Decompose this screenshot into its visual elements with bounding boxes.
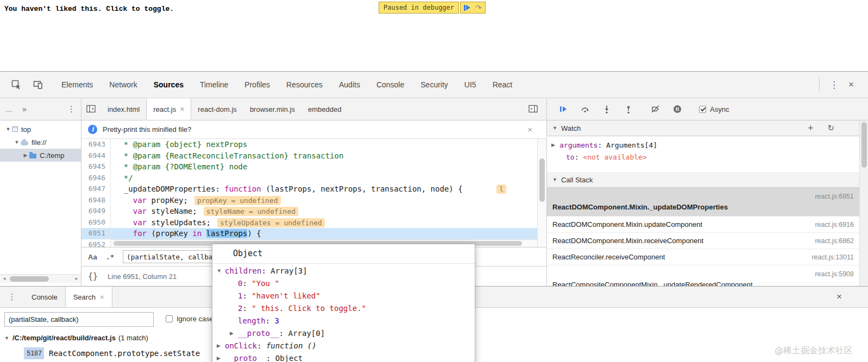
close-devtools-icon[interactable]: × [848,79,854,90]
banner-step-over-icon[interactable]: ↷ [475,3,482,12]
object-property-row[interactable]: ▶ __proto__: Object [212,352,475,362]
object-property-row[interactable]: length: 3 [212,315,475,327]
drawer-tab[interactable]: Search × [65,287,112,307]
stack-frame[interactable]: ReactDOMComponent.Mixin.updateComponent … [547,217,859,233]
object-property-row[interactable]: ▼ children: Array[3] [212,265,475,277]
main-tab[interactable]: UI5 [456,72,485,98]
file-tab[interactable]: react.js × [146,98,191,120]
main-tab[interactable]: React [485,72,521,98]
watch-expression[interactable]: to: <not available> [547,151,859,163]
device-toolbar-icon[interactable] [32,79,44,91]
main-tab[interactable]: Resources [278,72,331,98]
scrollbar-thumb[interactable] [539,158,545,202]
main-tab[interactable]: Sources [146,72,192,98]
regex-toggle[interactable]: .* [106,253,115,261]
main-tab[interactable]: Console [368,72,412,98]
stack-frame[interactable]: ReactCompositeComponentMixin._updateRend… [547,265,859,286]
editor-vertical-scrollbar[interactable] [537,139,546,247]
main-tab[interactable]: Timeline [192,72,236,98]
search-result-match[interactable]: 5187 ReactComponent.prototype.setState [0,347,200,360]
property-expander-icon[interactable]: ▶ [217,340,225,352]
sidebar-vertical-scrollbar[interactable] [859,120,868,286]
stack-frame[interactable]: ReactDOMComponent.Mixin._updateDOMProper… [547,188,859,217]
inspect-element-icon[interactable] [10,79,22,91]
drawer-menu-icon[interactable]: ⋮ [4,287,20,307]
search-result-file[interactable]: ▼ /C:/temp/git/react/build/react.js (1 m… [4,334,148,342]
navigator-overflow-tabs[interactable]: … [5,105,12,113]
section-expander-icon[interactable]: ▼ [552,125,557,131]
scroll-right-arrow-icon[interactable]: ► [72,276,81,281]
infobar-close-icon[interactable]: × [527,125,532,134]
stack-frame[interactable]: ReactReconciler.receiveComponent react.j… [547,249,859,265]
more-options-icon[interactable]: ⋮ [829,79,839,91]
main-tab[interactable]: Audits [331,72,368,98]
step-into-icon[interactable] [596,101,618,117]
line-number[interactable]: 6949 [81,206,111,217]
navigator-chevrons-icon[interactable]: » [22,105,27,113]
property-expander-icon[interactable]: ▶ [217,352,225,362]
banner-resume-icon[interactable] [464,5,470,11]
watch-section-header[interactable]: ▼ Watch + ↻ [547,120,859,136]
close-file-tab-icon[interactable]: × [180,105,184,113]
search-query-input[interactable] [4,312,154,327]
close-search-tab-icon[interactable]: × [100,293,104,301]
navigator-tree-item[interactable]: ▼ file:// [0,136,81,149]
object-property-row[interactable]: 1: "haven't liked" [212,290,475,302]
ignore-case-checkbox[interactable] [166,315,173,322]
file-tab[interactable]: index.html [101,98,146,120]
async-checkbox[interactable] [699,106,706,113]
line-number[interactable]: 6945 [81,161,111,173]
resume-script-icon[interactable] [552,101,574,117]
toggle-editor-panel-icon[interactable] [528,98,539,120]
main-tab[interactable]: Profiles [236,72,278,98]
line-number[interactable]: 6943 [81,139,111,150]
file-tab[interactable]: react-dom.js [191,98,243,120]
main-tab[interactable]: Elements [53,72,101,98]
tree-expander-icon[interactable]: ▶ [22,153,29,158]
navigator-tree-item[interactable]: ▼ top [0,123,81,136]
file-tab[interactable]: browser.min.js [243,98,301,120]
add-watch-icon[interactable]: + [808,123,814,134]
line-number[interactable]: 6948 [81,195,111,206]
tree-expander-icon[interactable]: ▼ [13,139,21,145]
close-drawer-icon[interactable]: × [836,287,842,307]
watch-expression[interactable]: ▶ arguments: Arguments[4] [547,139,859,151]
match-case-toggle[interactable]: Aa [88,253,97,261]
scrollbar-thumb[interactable] [10,276,49,282]
section-expander-icon[interactable]: ▼ [552,177,557,182]
navigator-menu-icon[interactable]: ⋮ [67,104,76,114]
object-property-row[interactable]: 2: " this. Click to toggle." [212,302,475,315]
toggle-navigator-icon[interactable] [81,98,101,120]
property-expander-icon[interactable]: ▶ [230,327,238,340]
page-body-text[interactable]: You haven't liked this. Click to toggle. [4,5,174,13]
property-expander-icon[interactable]: ▼ [217,265,225,277]
scrollbar-thumb[interactable] [861,122,867,168]
navigator-tree-item[interactable]: ▶ C:/temp [0,149,81,162]
object-property-row[interactable]: ▶ __proto__: Array[0] [212,327,475,340]
tree-expander-icon[interactable]: ▼ [4,126,12,132]
line-number[interactable]: 6952 [81,239,111,247]
line-number[interactable]: 6947 [81,183,111,195]
result-expander-icon[interactable]: ▼ [4,335,9,341]
pause-on-exceptions-icon[interactable] [666,101,688,117]
refresh-watch-icon[interactable]: ↻ [827,123,834,133]
step-over-icon[interactable] [574,101,596,117]
watch-expander-icon[interactable]: ▶ [551,142,559,148]
line-number[interactable]: 6946 [81,173,111,184]
scroll-left-arrow-icon[interactable]: ◄ [0,276,9,281]
file-tab[interactable]: embedded [301,98,348,120]
stack-frame[interactable]: ReactDOMComponent.Mixin.receiveComponent… [547,233,859,249]
object-property-row[interactable]: 0: "You " [212,277,475,290]
line-number[interactable]: 6944 [81,150,111,162]
pretty-print-button[interactable]: {} [88,271,98,281]
object-property-row[interactable]: ▶ onClick: function () [212,340,475,352]
line-number[interactable]: 6951 [81,228,111,239]
main-tab[interactable]: Security [412,72,456,98]
call-stack-section-header[interactable]: ▼ Call Stack [547,172,859,188]
main-tab[interactable]: Network [101,72,145,98]
drawer-tab[interactable]: Console [24,287,65,307]
step-out-icon[interactable] [618,101,639,117]
line-number[interactable]: 6950 [81,217,111,228]
deactivate-breakpoints-icon[interactable] [645,101,666,117]
navigator-horizontal-scrollbar[interactable]: ◄ ► [0,274,81,283]
